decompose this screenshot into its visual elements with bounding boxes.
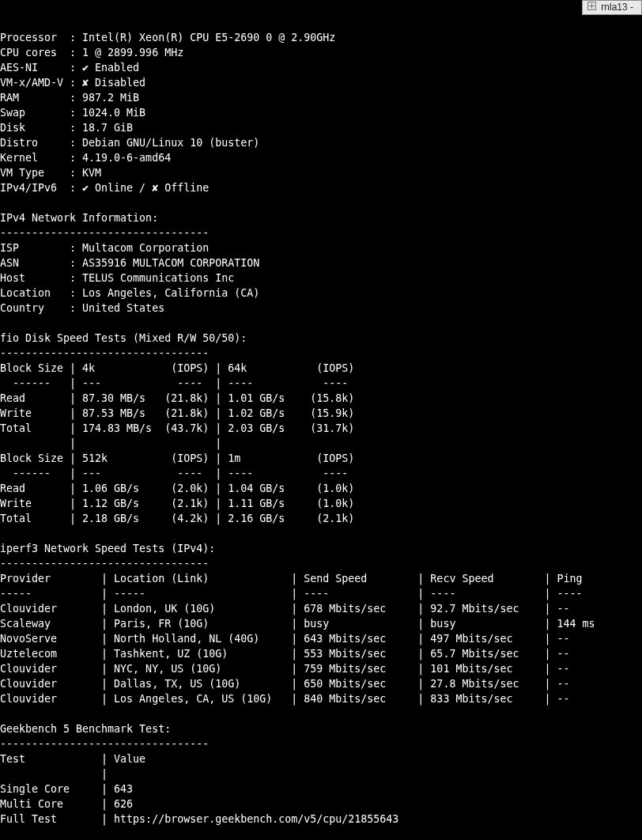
terminal[interactable]: rnla13 - Processor : Intel(R) Xeon(R) CP…	[0, 0, 642, 840]
window-tab[interactable]: rnla13 -	[582, 0, 642, 15]
terminal-output: Processor : Intel(R) Xeon(R) CPU E5-2690…	[0, 32, 595, 840]
tab-label: rnla13 -	[601, 1, 633, 14]
pin-icon	[587, 1, 596, 14]
